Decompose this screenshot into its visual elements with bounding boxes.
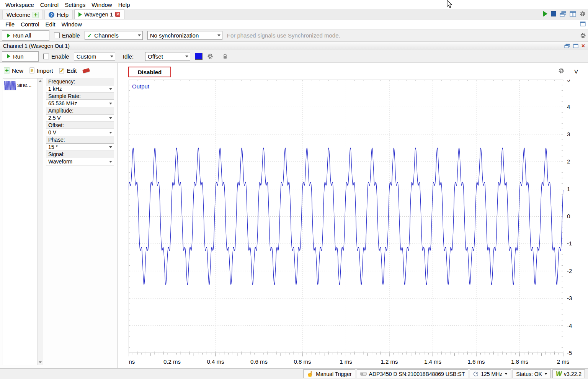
enable-all-label: Enable bbox=[62, 32, 80, 39]
svg-text:0.4 ms: 0.4 ms bbox=[207, 358, 224, 365]
waveform-actions: + New Import Edit bbox=[0, 63, 117, 78]
idle-dropdown[interactable]: Offset bbox=[145, 52, 190, 61]
eraser-icon[interactable] bbox=[82, 68, 90, 73]
menu-help[interactable]: Help bbox=[115, 2, 133, 8]
enable-channel-label: Enable bbox=[51, 53, 69, 60]
run-all-button[interactable]: Run All bbox=[2, 30, 49, 41]
offset-value: 0 V bbox=[48, 129, 56, 136]
channel-status-badge: Disabled bbox=[128, 67, 171, 77]
svg-text:5: 5 bbox=[567, 80, 570, 83]
svg-text:-5: -5 bbox=[567, 350, 572, 356]
gear-icon[interactable] bbox=[207, 53, 213, 59]
menu-edit[interactable]: Edit bbox=[42, 21, 59, 28]
amplitude-dropdown[interactable]: 2.5 V bbox=[46, 114, 114, 122]
phase-dropdown[interactable]: 15 ° bbox=[46, 143, 114, 151]
edit-button[interactable]: Edit bbox=[59, 67, 77, 74]
menu-window[interactable]: Window bbox=[88, 2, 115, 8]
channels-label: Channels bbox=[94, 32, 118, 39]
chevron-down-icon bbox=[505, 373, 508, 375]
add-icon[interactable]: + bbox=[33, 12, 39, 18]
menu-settings[interactable]: Settings bbox=[62, 2, 88, 8]
new-label: New bbox=[12, 67, 23, 74]
svg-text:1.4 ms: 1.4 ms bbox=[424, 358, 441, 365]
mode-value: Custom bbox=[77, 53, 96, 60]
version-button[interactable]: W v3.22.2 bbox=[552, 369, 585, 378]
svg-text:1.8 ms: 1.8 ms bbox=[511, 358, 528, 365]
chevron-down-icon bbox=[138, 34, 141, 36]
lock-icon[interactable] bbox=[222, 53, 228, 59]
synchronization-value: No synchronization bbox=[150, 32, 199, 39]
version-label: v3.22.2 bbox=[564, 371, 581, 377]
waveform-thumbnail bbox=[4, 80, 16, 90]
gear-icon[interactable] bbox=[580, 33, 586, 39]
custom-waveform-panel: + New Import Edit bbox=[0, 63, 118, 368]
y-axis-unit: V bbox=[574, 68, 578, 75]
close-tab-icon[interactable]: × bbox=[115, 12, 120, 17]
idle-color-swatch[interactable] bbox=[195, 53, 203, 60]
waveforms-logo: W bbox=[556, 371, 562, 377]
tab-help[interactable]: ? Help bbox=[44, 10, 73, 19]
scroll-down-icon[interactable] bbox=[39, 361, 42, 363]
status-bar: ☝ Manual Trigger ADP3450 D SN:210018B488… bbox=[0, 368, 588, 379]
svg-text:0.6 ms: 0.6 ms bbox=[250, 358, 268, 365]
enable-channel-checkbox[interactable] bbox=[43, 54, 49, 59]
amplitude-label: Amplitude: bbox=[46, 107, 114, 114]
scroll-up-icon[interactable] bbox=[39, 80, 42, 82]
channel-title-bar: Channel 1 (Wavegen Out 1) × bbox=[0, 42, 588, 50]
tab-wavegen[interactable]: Wavegen 1 × bbox=[74, 9, 124, 19]
clock-value: 125 MHz bbox=[481, 371, 502, 377]
run-button[interactable]: Run bbox=[2, 51, 39, 62]
tab-welcome-label: Welcome bbox=[7, 11, 30, 18]
list-scrollbar[interactable] bbox=[37, 78, 43, 365]
menu-file[interactable]: File bbox=[2, 21, 18, 28]
offset-dropdown[interactable]: 0 V bbox=[46, 129, 114, 136]
maximize-icon[interactable] bbox=[573, 44, 578, 48]
close-channel-icon[interactable]: × bbox=[581, 43, 585, 49]
global-run-icon[interactable] bbox=[543, 11, 547, 17]
waveform-list: sine... bbox=[3, 78, 43, 365]
sample-rate-dropdown[interactable]: 65.536 MHz bbox=[46, 100, 114, 107]
menu-control[interactable]: Control bbox=[37, 2, 62, 8]
waveform-plot[interactable]: 0 ms0.2 ms0.4 ms0.6 ms0.8 ms1 ms1.2 ms1.… bbox=[129, 80, 585, 366]
edit-pencil-icon bbox=[59, 67, 65, 74]
global-stop-icon[interactable] bbox=[551, 11, 556, 16]
clock-dropdown[interactable]: 125 MHz bbox=[470, 369, 511, 378]
device-label: ADP3450 D SN:210018B48869 USB:ST bbox=[369, 371, 465, 377]
synchronization-dropdown[interactable]: No synchronization bbox=[147, 31, 222, 40]
menu-control-2[interactable]: Control bbox=[18, 21, 42, 28]
gear-icon[interactable] bbox=[558, 68, 564, 74]
waveform-preview-panel: Disabled V 0 ms0.2 ms0.4 ms0.6 ms0.8 ms1… bbox=[118, 63, 588, 368]
status-dropdown[interactable]: Status: OK bbox=[513, 369, 551, 378]
chevron-down-icon bbox=[109, 117, 112, 119]
device-icon bbox=[360, 372, 367, 376]
channel-title: Channel 1 (Wavegen Out 1) bbox=[3, 43, 70, 49]
sample-rate-value: 65.536 MHz bbox=[48, 100, 77, 106]
restore-icon[interactable] bbox=[564, 44, 570, 48]
menu-window-2[interactable]: Window bbox=[58, 21, 85, 28]
channel-toolbar: Run Enable Custom Idle: Offset bbox=[0, 50, 588, 63]
frequency-dropdown[interactable]: 1 kHz bbox=[46, 85, 114, 93]
restore-window-icon[interactable] bbox=[580, 21, 586, 28]
mode-dropdown[interactable]: Custom bbox=[74, 52, 115, 61]
edit-label: Edit bbox=[67, 67, 77, 74]
manual-trigger-button[interactable]: ☝ Manual Trigger bbox=[303, 369, 355, 378]
device-button[interactable]: ADP3450 D SN:210018B48869 USB:ST bbox=[357, 369, 469, 378]
import-label: Import bbox=[37, 67, 53, 74]
channels-dropdown[interactable]: ✓ Channels bbox=[85, 31, 143, 40]
new-button[interactable]: + New bbox=[4, 67, 23, 74]
svg-text:0: 0 bbox=[567, 213, 570, 219]
import-button[interactable]: Import bbox=[29, 67, 53, 74]
tab-welcome[interactable]: Welcome + bbox=[2, 10, 43, 19]
svg-text:-2: -2 bbox=[567, 268, 572, 274]
gear-icon[interactable] bbox=[580, 11, 586, 17]
signal-value: Waveform bbox=[48, 158, 72, 165]
enable-all-checkbox[interactable] bbox=[54, 33, 60, 38]
list-item-label: sine... bbox=[17, 82, 31, 88]
cascade-windows-icon[interactable] bbox=[560, 11, 566, 17]
chevron-down-icon bbox=[109, 161, 112, 163]
signal-dropdown[interactable]: Waveform bbox=[46, 158, 114, 165]
status-value: Status: OK bbox=[516, 371, 542, 377]
menu-workspace[interactable]: Workspace bbox=[2, 2, 37, 8]
waveform-left-body: sine... Frequency: 1 kHz Sample Rate: bbox=[0, 78, 117, 368]
tile-windows-icon[interactable] bbox=[570, 11, 576, 17]
